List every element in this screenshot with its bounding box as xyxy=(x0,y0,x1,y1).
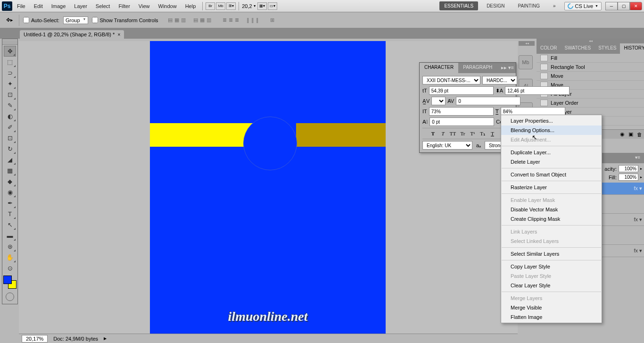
chevron-icon[interactable]: ▸ xyxy=(640,167,642,171)
history-item[interactable]: Move xyxy=(537,72,644,81)
maximize-button[interactable]: ▢ xyxy=(618,2,630,10)
3d-tool[interactable]: ⊛ xyxy=(4,241,16,252)
toolbox-handle[interactable] xyxy=(2,40,17,45)
chevron-icon[interactable]: ▸ xyxy=(640,175,642,179)
panel-handle[interactable] xyxy=(537,39,644,43)
baseline-input[interactable] xyxy=(429,117,494,126)
pen-tool[interactable]: ✒ xyxy=(4,198,16,209)
ctx-flatten-image[interactable]: Flatten Image xyxy=(501,312,602,322)
workspace-painting[interactable]: PAINTING xyxy=(513,1,544,10)
minimize-button[interactable]: ─ xyxy=(605,2,618,10)
font-family-dropdown[interactable]: XXII DONT-MESS-... xyxy=(422,76,480,84)
stamp-tool[interactable]: ⊡ xyxy=(4,133,16,143)
distribute-icon[interactable]: ‖ xyxy=(251,17,254,23)
ruler-icon[interactable]: ⊞▾ xyxy=(226,2,236,10)
distribute-icon[interactable]: ‖ xyxy=(247,17,249,23)
dock-handle[interactable] xyxy=(519,41,535,46)
ctx-merge-visible[interactable]: Merge Visible xyxy=(501,303,602,312)
minibridge-icon[interactable]: Mb xyxy=(216,2,225,10)
distribute-icon[interactable]: ‖ xyxy=(256,17,259,23)
ctx-copy-layer-style[interactable]: Copy Layer Style xyxy=(501,262,602,271)
wand-tool[interactable]: ✦ xyxy=(4,78,16,89)
menu-window[interactable]: Window xyxy=(155,1,181,11)
bridge-icon[interactable]: Br xyxy=(206,2,215,10)
type-underline[interactable]: T xyxy=(488,129,497,138)
path-select-tool[interactable]: ↖ xyxy=(4,219,16,230)
ctx-rasterize-layer[interactable]: Rasterize Layer xyxy=(501,183,602,192)
show-transform-checkbox[interactable]: Show Transform Controls xyxy=(92,17,158,23)
gradient-tool[interactable]: ▦ xyxy=(4,165,16,176)
ctx-duplicate-layer[interactable]: Duplicate Layer... xyxy=(501,148,602,157)
distribute-icon[interactable]: ≣ xyxy=(223,17,227,23)
close-button[interactable]: ✕ xyxy=(630,2,642,10)
ctx-select-similar-layers[interactable]: Select Similar Layers xyxy=(501,249,602,259)
menu-view[interactable]: View xyxy=(135,1,154,11)
type-tool[interactable]: T xyxy=(4,209,16,219)
ctx-blending-options[interactable]: Blending Options... xyxy=(501,125,602,135)
fx-icon[interactable]: fx ▾ xyxy=(634,248,642,254)
document-tab[interactable]: Untitled-1 @ 20,2% (Shape 2, RGB/8) * × xyxy=(20,30,124,39)
dodge-tool[interactable]: ◉ xyxy=(4,187,16,198)
tracking-input[interactable] xyxy=(456,97,520,105)
tab-paragraph[interactable]: PARAGRAPH xyxy=(458,63,497,73)
crop-tool[interactable]: ⊡ xyxy=(4,89,16,100)
font-size-input[interactable] xyxy=(429,86,494,95)
tab-swatches[interactable]: SWATCHES xyxy=(561,43,595,54)
tab-color[interactable]: COLOR xyxy=(537,43,561,54)
panel-menu-icon[interactable]: ▾≡ xyxy=(631,153,644,163)
workspace-essentials[interactable]: ESSENTIALS xyxy=(439,1,478,10)
align-icon[interactable]: ▤ xyxy=(168,17,173,23)
status-doc-size[interactable]: Doc: 24,9M/0 bytes xyxy=(53,336,98,342)
heal-tool[interactable]: ◐ xyxy=(4,111,16,122)
menu-filter[interactable]: Filter xyxy=(115,1,133,11)
type-allcaps[interactable]: TT xyxy=(449,129,457,138)
type-bold[interactable]: T xyxy=(429,129,438,138)
ctx-convert-to-smart-object[interactable]: Convert to Smart Object xyxy=(501,170,602,179)
menu-select[interactable]: Select xyxy=(92,1,114,11)
distribute-icon[interactable]: ≣ xyxy=(235,17,239,23)
brush-tool[interactable]: ✐ xyxy=(4,122,16,133)
history-brush-tool[interactable]: ↻ xyxy=(4,143,16,154)
minibridge-panel-icon[interactable]: Mb xyxy=(519,55,533,69)
chevron-down-icon[interactable]: ▼ xyxy=(253,4,256,8)
menu-edit[interactable]: Edit xyxy=(30,1,47,11)
zoom-tool[interactable]: ⊙ xyxy=(4,263,16,274)
type-super[interactable]: T¹ xyxy=(469,129,477,138)
align-icon[interactable]: ▦ xyxy=(200,17,205,23)
eyedropper-tool[interactable]: ✎ xyxy=(4,100,16,111)
font-style-dropdown[interactable]: HARDC... xyxy=(482,76,517,84)
auto-select-dropdown[interactable]: Group xyxy=(63,17,88,24)
kerning-input[interactable] xyxy=(431,97,446,105)
history-item[interactable]: Fill xyxy=(537,54,644,63)
shape-circle[interactable] xyxy=(243,117,297,170)
distribute-icon[interactable]: ≣ xyxy=(229,17,233,23)
vscale-input[interactable] xyxy=(429,107,494,116)
history-item[interactable]: Layer Order xyxy=(537,99,644,108)
type-italic[interactable]: T xyxy=(439,129,447,138)
ctx-layer-properties[interactable]: Layer Properties... xyxy=(501,116,602,125)
workspace-more[interactable]: » xyxy=(548,1,561,10)
opacity-input[interactable] xyxy=(619,165,638,172)
shape-tool[interactable]: ▬ xyxy=(4,230,16,241)
history-item[interactable]: Rectangle Tool xyxy=(537,63,644,72)
history-delete-icon[interactable]: 🗑 xyxy=(637,132,642,137)
foreground-color[interactable] xyxy=(3,276,12,284)
align-icon[interactable]: ▦ xyxy=(174,17,179,23)
type-sub[interactable]: T₁ xyxy=(479,129,487,138)
menu-layer[interactable]: Layer xyxy=(70,1,91,11)
language-dropdown[interactable]: English: UK xyxy=(422,141,472,150)
fx-icon[interactable]: fx ▾ xyxy=(634,185,642,192)
fx-icon[interactable]: fx ▾ xyxy=(634,217,642,223)
status-arrow-icon[interactable]: ▶ xyxy=(104,336,107,341)
zoom-display[interactable]: 20,2 xyxy=(242,3,252,9)
move-tool-indicator[interactable]: ✥▸ xyxy=(4,15,15,26)
ctx-disable-vector-mask[interactable]: Disable Vector Mask xyxy=(501,205,602,214)
menu-image[interactable]: Image xyxy=(48,1,70,11)
history-snapshot-icon[interactable]: ◉ xyxy=(620,131,625,137)
tab-styles[interactable]: STYLES xyxy=(594,43,620,54)
tab-history[interactable]: HISTORY xyxy=(620,43,644,54)
align-icon[interactable]: ▥ xyxy=(206,17,211,23)
marquee-tool[interactable]: ⬚ xyxy=(4,57,16,67)
ctx-clear-layer-style[interactable]: Clear Layer Style xyxy=(501,281,602,290)
tab-close-icon[interactable]: × xyxy=(117,32,120,37)
